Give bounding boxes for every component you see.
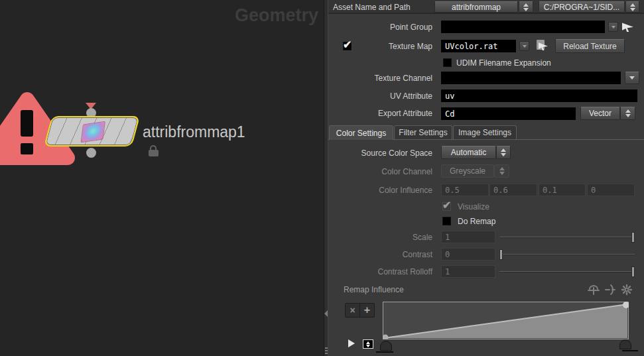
asset-path-dropdown[interactable]: C:/PROGRA~1/SID... xyxy=(539,1,625,13)
ramp-handle-left-underline xyxy=(376,351,393,353)
scale-label: Scale xyxy=(328,233,432,242)
export-attribute-row: Export Attribute Vector xyxy=(328,107,644,121)
source-color-space-label: Source Color Space xyxy=(328,148,432,158)
contrast-label: Contrast xyxy=(328,250,432,259)
do-remap-label: Do Remap xyxy=(458,217,495,226)
uv-attribute-input[interactable] xyxy=(441,89,637,102)
tab-image-settings[interactable]: Image Settings xyxy=(453,125,517,139)
texture-map-dropdown-button[interactable] xyxy=(519,41,529,51)
uv-attribute-label: UV Attribute xyxy=(328,91,432,101)
uv-attribute-row: UV Attribute xyxy=(328,89,644,103)
ramp-handle-right[interactable] xyxy=(619,339,631,349)
file-chooser-icon[interactable] xyxy=(535,39,550,52)
ramp-fit-icon[interactable] xyxy=(363,339,373,349)
color-channel-label: Color Channel xyxy=(328,167,432,176)
asset-path-spinner[interactable] xyxy=(625,1,639,13)
network-context-watermark: Geometry xyxy=(235,5,318,26)
color-channel-dropdown: Greyscale xyxy=(441,164,494,178)
color-influence-g-input xyxy=(489,184,537,196)
color-influence-label: Color Influence xyxy=(328,186,432,195)
contrast-input xyxy=(441,248,495,261)
scale-slider-handle xyxy=(631,232,635,243)
crosshair-icon[interactable] xyxy=(587,284,600,296)
export-type-dropdown[interactable]: Vector xyxy=(580,107,620,120)
scale-slider xyxy=(499,237,635,238)
node-attribfrommap1[interactable] xyxy=(44,116,140,147)
contrast-rolloff-slider-handle xyxy=(631,267,635,277)
export-attribute-input[interactable] xyxy=(441,107,576,120)
texture-map-label: Texture Map xyxy=(328,42,432,51)
contrast-rolloff-slider xyxy=(499,271,635,272)
splitter-grip[interactable] xyxy=(325,347,328,354)
color-channel-spinner xyxy=(494,164,509,178)
do-remap-row: Do Remap xyxy=(328,216,644,227)
attribfrommap-node-icon xyxy=(81,121,105,143)
udim-row: UDIM Filename Expansion xyxy=(328,58,644,68)
point-group-dropdown-button[interactable] xyxy=(608,22,618,32)
remap-influence-row: Remap Influence xyxy=(328,284,644,297)
tab-color-settings[interactable]: Color Settings xyxy=(329,125,393,140)
operator-name-spinner[interactable] xyxy=(519,1,533,13)
color-channel-row: Color Channel Greyscale xyxy=(328,164,644,178)
color-influence-r-input xyxy=(441,184,489,196)
houdini-window: Geometry attribfrommap1 Asset Name and P… xyxy=(0,0,644,356)
node-output-connector[interactable] xyxy=(86,148,96,158)
asset-name-path-label: Asset Name and Path xyxy=(333,3,411,12)
scale-row: Scale xyxy=(328,231,644,245)
do-remap-checkbox[interactable] xyxy=(442,217,451,225)
texture-channel-label: Texture Channel xyxy=(328,74,432,83)
lock-icon xyxy=(148,145,159,156)
visualize-label: Visualize xyxy=(458,202,489,211)
operator-name-dropdown[interactable]: attribfrommap xyxy=(434,1,518,13)
export-type-spinner[interactable] xyxy=(620,107,635,120)
remap-ramp-graph[interactable] xyxy=(383,302,629,339)
source-color-space-row: Source Color Space Automatic xyxy=(328,146,644,160)
contrast-slider-handle xyxy=(499,249,503,260)
contrast-row: Contrast xyxy=(328,248,644,262)
point-group-select-arrow-icon[interactable] xyxy=(622,22,633,32)
contrast-rolloff-label: Contrast Rolloff xyxy=(328,267,432,276)
udim-checkbox[interactable] xyxy=(443,58,452,67)
color-influence-b-input xyxy=(539,184,586,196)
ramp-expand-icon[interactable] xyxy=(348,339,355,347)
pane-splitter[interactable] xyxy=(324,0,328,356)
check-icon: ✔ xyxy=(442,199,451,211)
contrast-rolloff-row: Contrast Rolloff xyxy=(328,265,644,279)
parameter-pane: Asset Name and Path attribfrommap C:/PRO… xyxy=(328,0,644,356)
export-attribute-label: Export Attribute xyxy=(328,109,432,118)
ramp-add-point-button[interactable]: + xyxy=(359,303,375,318)
point-group-label: Point Group xyxy=(328,23,432,32)
ramp-remove-point-button[interactable]: × xyxy=(345,303,360,318)
texture-map-row: ✔ Texture Map Reload Texture xyxy=(328,39,644,53)
reload-texture-button[interactable]: Reload Texture xyxy=(555,39,625,53)
node-name-label[interactable]: attribfrommap1 xyxy=(143,123,245,141)
paren-dash-icon[interactable] xyxy=(604,284,617,296)
network-editor-pane[interactable]: Geometry attribfrommap1 xyxy=(0,0,324,356)
scale-input xyxy=(441,231,495,243)
tab-filter-settings[interactable]: Filter Settings xyxy=(394,125,452,139)
gear-icon[interactable] xyxy=(620,284,633,296)
ramp-handle-left[interactable] xyxy=(380,341,392,351)
visualize-row: ✔ Visualize xyxy=(328,202,644,212)
asset-header-row: Asset Name and Path attribfrommap C:/PRO… xyxy=(328,0,644,14)
contrast-slider xyxy=(499,254,635,255)
contrast-rolloff-input xyxy=(441,265,495,278)
visualize-checkbox: ✔ xyxy=(442,202,451,211)
udim-label: UDIM Filename Expansion xyxy=(456,58,551,68)
texture-channel-dropdown-button[interactable] xyxy=(625,72,639,84)
source-color-space-spinner[interactable] xyxy=(496,146,511,159)
texture-map-input[interactable] xyxy=(441,40,516,52)
color-influence-row: Color Influence xyxy=(328,184,644,198)
point-group-row: Point Group xyxy=(328,21,644,34)
remap-influence-label: Remap Influence xyxy=(344,285,404,294)
source-color-space-dropdown[interactable]: Automatic xyxy=(441,146,496,159)
ramp-handle-right-underline xyxy=(622,350,638,351)
color-influence-a-input xyxy=(587,184,635,196)
texture-channel-input[interactable] xyxy=(441,72,621,84)
texture-channel-row: Texture Channel xyxy=(328,72,644,85)
point-group-input[interactable] xyxy=(441,21,605,33)
splitter-collapse-icon[interactable] xyxy=(324,310,328,317)
